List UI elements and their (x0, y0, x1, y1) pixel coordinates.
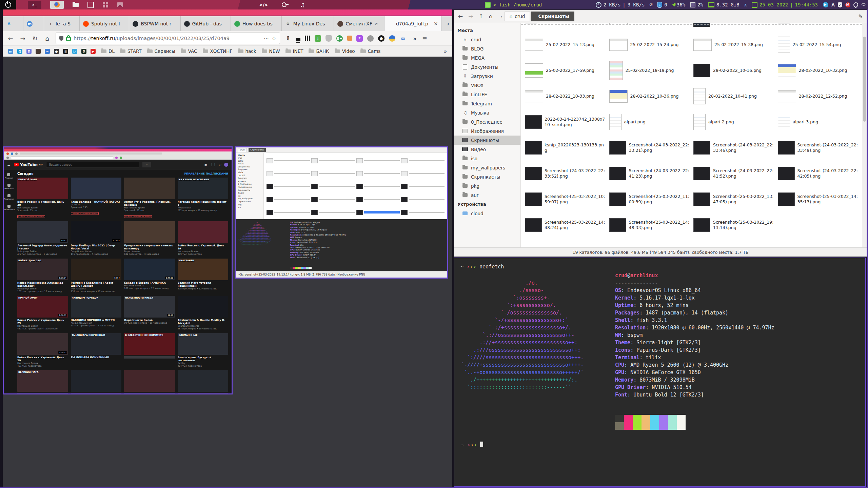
video-card[interactable]: 58:54 Разгром в Бердянске | Арест Шойгу … (71, 259, 122, 293)
bookmark-icon[interactable]: m (8, 49, 13, 54)
file-item[interactable]: 25-02-2022_18-19.png (607, 58, 692, 83)
chevron-up-icon[interactable]: ∧ (744, 2, 747, 7)
avatar[interactable] (224, 163, 228, 167)
scroll-tabs-right-button[interactable]: › (447, 20, 450, 27)
dnd-icon[interactable]: ∅ (649, 2, 652, 8)
bookmark-item[interactable]: Video (335, 48, 355, 54)
bookmark-icon[interactable] (36, 49, 41, 54)
search-button[interactable]: ⌕ (142, 162, 151, 167)
file-item[interactable]: Screenshot-(24-03-2022_22:41:23).png (607, 161, 692, 186)
video-card[interactable]: 1:59:53 Война России с Украиной. День 29… (17, 333, 68, 368)
rail-item[interactable]: Главная (5, 173, 13, 179)
video-card[interactable]: ПРЯМОЙ ЭФИР 1:59:53 Война России с Украи… (17, 296, 68, 330)
bookmark-icon[interactable]: D (26, 49, 32, 54)
video-card[interactable]: В СЛЕДСТВЕННОМ КОМИТЕТЕ СЕЙЧАС В ПРЯМОМ … (124, 333, 175, 368)
browser-tab[interactable]: ‹ le -a S (44, 16, 80, 31)
video-card[interactable]: ОКРЕСТНОСТИ КИЕВА 22:27 Окрестности Киев… (124, 296, 175, 330)
browser-tab[interactable]: Сменил XF ⊘ (334, 16, 384, 31)
image-viewer-youtube-window[interactable]: ≡ YouTubeRU ⌕ ▣ ⋮⋮ ◷ Главная Навигатор П… (3, 146, 233, 394)
extension-icon[interactable]: ● (378, 35, 384, 42)
video-card[interactable]: 11:32 Легковой Эдуард Александрович | «е… (17, 221, 68, 256)
sidebar-place-item[interactable]: Изображения (454, 126, 520, 136)
fm-home-button[interactable]: ⌂ (489, 13, 493, 20)
network-module[interactable]: 2 KB/s | 3 KB/s (596, 2, 645, 8)
tracking-protection-icon[interactable] (59, 36, 63, 41)
tab-close-icon[interactable]: × (433, 21, 438, 27)
volume-module[interactable]: 36% (672, 2, 685, 7)
create-icon[interactable]: ▣ (204, 163, 208, 166)
bookmark-icon[interactable]: D (81, 49, 86, 54)
video-card[interactable]: Продавашка запрещает снимать на камеру Б… (124, 221, 175, 256)
file-item[interactable]: Screenshot-(25-03-2022_11:00:39).png (607, 186, 692, 212)
file-item[interactable]: 25-02-2022_17-59.png (523, 58, 607, 83)
workspace-firefox-active[interactable] (50, 0, 64, 9)
browser-tab[interactable]: m (23, 16, 44, 31)
bookmarks-overflow-icon[interactable]: » (443, 48, 447, 55)
file-item[interactable]: ksnip_20220323-130133.png (523, 135, 607, 161)
workspace-images[interactable] (117, 0, 123, 9)
browser-tab[interactable]: BSPWM not r (129, 16, 180, 31)
image-viewer-screenshot-window[interactable]: crud Скриншоты Места crudBLOGMEGAДокумен… (235, 146, 448, 279)
sidebar-place-item[interactable]: aur (454, 190, 520, 200)
file-item[interactable]: alpari.png (607, 109, 692, 135)
browser-tab[interactable]: Λ (3, 16, 23, 31)
file-item[interactable]: alpari-2.png (691, 109, 776, 135)
video-card[interactable]: НА КАКОМ ОСНОВАНИИ Легенда канал мошенни… (178, 178, 229, 219)
file-item[interactable]: Screenshot-(25-03-2022_10:59:07).png (523, 186, 607, 212)
bookmark-icon[interactable]: ▶ (91, 49, 96, 54)
workspace-keys[interactable] (282, 0, 287, 9)
sidebar-place-item[interactable]: Видео (454, 145, 520, 154)
fm-forward-button[interactable]: → (468, 13, 473, 20)
sidebar-place-item[interactable]: my_wallpapers (454, 163, 520, 172)
extension-icon[interactable] (296, 38, 300, 41)
bookmark-item[interactable]: БАНК (309, 48, 329, 54)
browser-tab[interactable]: Spotify not f (80, 16, 129, 31)
bookmark-item[interactable]: hack (238, 48, 256, 54)
video-card[interactable]: СЛОМАН С ЗАЕ Было-сервис Лукдро + постоя… (178, 333, 229, 368)
forward-button[interactable]: → (19, 35, 26, 42)
video-card[interactable]: ИНАСРАНЕЦ Великий Мага устроил мошенника… (178, 259, 229, 293)
bookmark-item[interactable]: NEW (262, 48, 280, 54)
workspace-terminal[interactable]: >_ (28, 0, 41, 9)
file-item[interactable]: Screenshot-(24-03-2022_22:33:49).png (776, 135, 860, 161)
sidebar-place-item[interactable]: MEGA (454, 53, 520, 62)
reload-button[interactable]: ↻ (31, 35, 39, 42)
fm-scrollbar-thumb[interactable] (863, 37, 866, 122)
browser-tab[interactable]: d704a9_full.p × (384, 16, 442, 31)
video-card[interactable]: СЕЙЧАС В ПРЯМОМ ЭФИРЕ (178, 370, 229, 393)
bookmark-star-icon[interactable]: ☆ (272, 35, 276, 42)
bookmark-item[interactable]: ХОСТИНГ (203, 48, 233, 54)
workspace-files[interactable] (73, 0, 79, 9)
menu-icon[interactable]: ≡ (7, 162, 11, 167)
video-card[interactable]: СЕЙЧАС В ПРЯМОМ ЭФИРЕ (71, 370, 122, 393)
fm-tab-scroll-icon[interactable]: ‹ (501, 14, 502, 19)
fm-back-button[interactable]: ← (458, 13, 463, 20)
file-item[interactable]: Screenshot-(25-03-2022_14:48:24).png (523, 212, 607, 238)
file-item[interactable]: Screenshot-(25-03-2022_13:47:05).png (691, 186, 776, 212)
extension-icon[interactable]: ∞ (400, 35, 406, 42)
rail-item[interactable]: Библиотека (3, 205, 15, 210)
video-card[interactable]: НАВОДИМ ПОРЯДОК НАВОДИМ ПОРЯДОК в МЕТРО … (71, 296, 122, 330)
sidebar-device-item[interactable]: cloud (454, 209, 520, 218)
extension-icon[interactable]: B+ (336, 35, 343, 42)
file-item[interactable]: 25-02-2022_15-54.png (776, 32, 860, 58)
sidebar-place-item[interactable]: Скриншоты (454, 136, 520, 145)
bookmark-icon[interactable]: ∞ (45, 49, 50, 54)
file-item[interactable]: Screenshot-(25-03-2022_14:48:33).png (607, 212, 692, 238)
extension-icon[interactable] (389, 35, 395, 42)
workspace-code[interactable]: </> (259, 0, 268, 9)
sidebar-place-item[interactable]: LinLIFE (454, 90, 520, 99)
file-item[interactable]: alpari-3.png (776, 109, 860, 135)
tab-muted-icon[interactable]: ⊘ (375, 22, 378, 26)
sidebar-place-item[interactable]: Telegram (454, 99, 520, 108)
video-card[interactable]: 1:33:12 Байден в Европе | АМЕРИКА PortWI… (124, 259, 175, 293)
bookmark-icon[interactable]: ≡ (63, 49, 68, 54)
wifi-tray-icon[interactable] (861, 3, 866, 7)
video-card[interactable]: Армия РФ в Украине. Пленные, раненые Нас… (124, 178, 175, 219)
youtube-search-input[interactable] (46, 162, 139, 167)
file-item[interactable]: 28-02-2022_10-32.png (776, 58, 860, 83)
bookmark-item[interactable]: START (120, 48, 142, 54)
extension-icon[interactable] (367, 35, 374, 42)
telegram-tray-icon[interactable] (823, 2, 828, 7)
manage-subscriptions-button[interactable]: УПРАВЛЕНИЕ ПОДПИСКАМИ (184, 172, 228, 175)
